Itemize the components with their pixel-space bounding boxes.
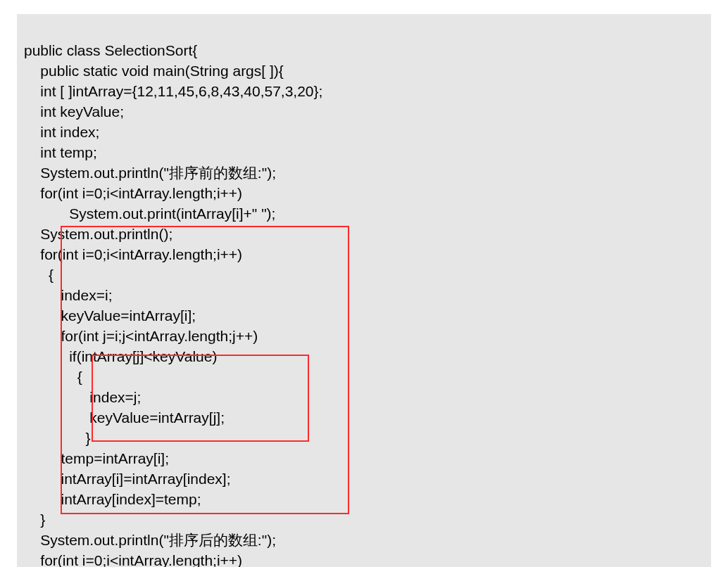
code-line: } — [24, 511, 45, 528]
code-line: int keyValue; — [24, 103, 124, 120]
code-line: temp=intArray[i]; — [24, 450, 169, 466]
code-line: public class SelectionSort{ — [24, 42, 197, 58]
code-line: { — [24, 369, 82, 385]
code-line: int [ ]intArray={12,11,45,6,8,43,40,57,3… — [24, 83, 322, 99]
code-line: } — [24, 430, 91, 446]
code-line: for(int i=0;i<intArray.length;i++) — [24, 185, 242, 201]
code-line: if(intArray[j]<keyValue) — [24, 348, 217, 364]
code-line: intArray[i]=intArray[index]; — [24, 471, 231, 487]
code-line: System.out.println(); — [24, 226, 172, 242]
code-line: index=i; — [24, 287, 112, 303]
code-line: for(int i=0;i<intArray.length;i++) — [24, 246, 242, 262]
code-block: public class SelectionSort{ public stati… — [17, 14, 711, 567]
code-line: System.out.println("排序前的数组:"); — [24, 165, 276, 181]
code-line: int index; — [24, 124, 99, 140]
code-line: for(int j=i;j<intArray.length;j++) — [24, 328, 258, 344]
code-line: keyValue=intArray[i]; — [24, 307, 196, 324]
code-line: keyValue=intArray[j]; — [24, 409, 225, 426]
code-line: System.out.println("排序后的数组:"); — [24, 532, 276, 548]
code-line: int temp; — [24, 144, 97, 160]
code-line: intArray[index]=temp; — [24, 491, 201, 507]
code-line: System.out.print(intArray[i]+" "); — [24, 205, 275, 222]
code-line: index=j; — [24, 389, 141, 405]
code-line: for(int i=0;i<intArray.length;i++) — [24, 552, 242, 567]
code-line: { — [24, 267, 54, 283]
code-line: public static void main(String args[ ]){ — [24, 63, 284, 79]
